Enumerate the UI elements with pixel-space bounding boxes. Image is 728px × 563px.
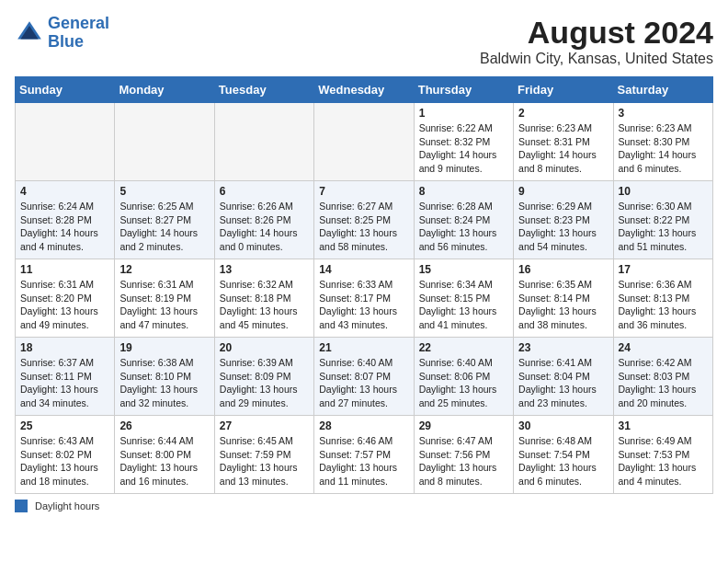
calendar-day-header: Friday <box>514 77 613 103</box>
calendar-cell <box>314 103 414 181</box>
day-info: Sunrise: 6:41 AM Sunset: 8:04 PM Dayligh… <box>518 356 608 410</box>
calendar-week-row: 1Sunrise: 6:22 AM Sunset: 8:32 PM Daylig… <box>16 103 713 181</box>
calendar-cell: 28Sunrise: 6:46 AM Sunset: 7:57 PM Dayli… <box>314 416 414 494</box>
day-info: Sunrise: 6:37 AM Sunset: 8:11 PM Dayligh… <box>20 356 109 410</box>
calendar-cell: 14Sunrise: 6:33 AM Sunset: 8:17 PM Dayli… <box>314 259 414 338</box>
day-info: Sunrise: 6:23 AM Sunset: 8:30 PM Dayligh… <box>619 121 708 176</box>
calendar-cell: 26Sunrise: 6:44 AM Sunset: 8:00 PM Dayli… <box>115 416 214 494</box>
day-info: Sunrise: 6:48 AM Sunset: 7:54 PM Dayligh… <box>518 434 608 488</box>
footer-legend: Daylight hours <box>15 500 713 512</box>
calendar-cell: 20Sunrise: 6:39 AM Sunset: 8:09 PM Dayli… <box>214 338 313 416</box>
day-number: 17 <box>619 263 708 276</box>
day-info: Sunrise: 6:30 AM Sunset: 8:22 PM Dayligh… <box>619 200 708 254</box>
calendar-cell: 30Sunrise: 6:48 AM Sunset: 7:54 PM Dayli… <box>514 416 613 494</box>
calendar-cell: 23Sunrise: 6:41 AM Sunset: 8:04 PM Dayli… <box>514 338 613 416</box>
calendar-cell: 17Sunrise: 6:36 AM Sunset: 8:13 PM Dayli… <box>613 259 712 338</box>
day-number: 7 <box>319 185 408 198</box>
day-info: Sunrise: 6:38 AM Sunset: 8:10 PM Dayligh… <box>119 356 209 410</box>
day-number: 31 <box>619 419 708 432</box>
day-number: 27 <box>220 419 309 432</box>
calendar-cell: 25Sunrise: 6:43 AM Sunset: 8:02 PM Dayli… <box>16 416 115 494</box>
day-info: Sunrise: 6:29 AM Sunset: 8:23 PM Dayligh… <box>518 200 608 254</box>
calendar-cell: 19Sunrise: 6:38 AM Sunset: 8:10 PM Dayli… <box>115 338 214 416</box>
calendar-cell: 13Sunrise: 6:32 AM Sunset: 8:18 PM Dayli… <box>214 259 313 338</box>
calendar-day-header: Thursday <box>414 77 513 103</box>
day-number: 1 <box>419 107 508 120</box>
title-area: August 2024 Baldwin City, Kansas, United… <box>480 15 713 67</box>
subtitle: Baldwin City, Kansas, United States <box>480 51 713 67</box>
calendar-cell: 29Sunrise: 6:47 AM Sunset: 7:56 PM Dayli… <box>414 416 513 494</box>
day-info: Sunrise: 6:24 AM Sunset: 8:28 PM Dayligh… <box>20 200 109 254</box>
day-number: 14 <box>319 263 408 276</box>
day-info: Sunrise: 6:34 AM Sunset: 8:15 PM Dayligh… <box>419 278 508 332</box>
calendar-cell: 3Sunrise: 6:23 AM Sunset: 8:30 PM Daylig… <box>613 103 712 181</box>
legend-color-box <box>15 500 28 512</box>
calendar-header-row: SundayMondayTuesdayWednesdayThursdayFrid… <box>16 77 713 103</box>
day-number: 22 <box>419 341 508 354</box>
calendar-cell <box>16 103 115 181</box>
calendar-week-row: 18Sunrise: 6:37 AM Sunset: 8:11 PM Dayli… <box>16 338 713 416</box>
day-number: 19 <box>119 341 209 354</box>
calendar-day-header: Wednesday <box>314 77 414 103</box>
day-number: 29 <box>419 419 508 432</box>
day-info: Sunrise: 6:25 AM Sunset: 8:27 PM Dayligh… <box>119 200 209 254</box>
calendar-table: SundayMondayTuesdayWednesdayThursdayFrid… <box>15 76 713 494</box>
logo-name: GeneralBlue <box>48 15 109 52</box>
day-number: 9 <box>518 185 608 198</box>
day-number: 10 <box>619 185 708 198</box>
calendar-cell: 1Sunrise: 6:22 AM Sunset: 8:32 PM Daylig… <box>414 103 513 181</box>
day-info: Sunrise: 6:44 AM Sunset: 8:00 PM Dayligh… <box>119 434 209 488</box>
day-number: 23 <box>518 341 608 354</box>
day-number: 16 <box>518 263 608 276</box>
day-info: Sunrise: 6:22 AM Sunset: 8:32 PM Dayligh… <box>419 121 508 176</box>
calendar-cell: 22Sunrise: 6:40 AM Sunset: 8:06 PM Dayli… <box>414 338 513 416</box>
day-number: 25 <box>20 419 109 432</box>
logo-icon <box>15 18 44 48</box>
logo: GeneralBlue <box>15 15 109 52</box>
calendar-cell: 10Sunrise: 6:30 AM Sunset: 8:22 PM Dayli… <box>613 181 712 259</box>
calendar-cell: 4Sunrise: 6:24 AM Sunset: 8:28 PM Daylig… <box>16 181 115 259</box>
calendar-cell: 5Sunrise: 6:25 AM Sunset: 8:27 PM Daylig… <box>115 181 214 259</box>
calendar-cell: 11Sunrise: 6:31 AM Sunset: 8:20 PM Dayli… <box>16 259 115 338</box>
day-number: 26 <box>119 419 209 432</box>
calendar-cell: 31Sunrise: 6:49 AM Sunset: 7:53 PM Dayli… <box>613 416 712 494</box>
day-info: Sunrise: 6:26 AM Sunset: 8:26 PM Dayligh… <box>220 200 309 254</box>
day-number: 24 <box>619 341 708 354</box>
calendar-cell: 9Sunrise: 6:29 AM Sunset: 8:23 PM Daylig… <box>514 181 613 259</box>
day-info: Sunrise: 6:31 AM Sunset: 8:19 PM Dayligh… <box>119 278 209 332</box>
day-info: Sunrise: 6:31 AM Sunset: 8:20 PM Dayligh… <box>20 278 109 332</box>
day-info: Sunrise: 6:39 AM Sunset: 8:09 PM Dayligh… <box>220 356 309 410</box>
day-info: Sunrise: 6:35 AM Sunset: 8:14 PM Dayligh… <box>518 278 608 332</box>
calendar-week-row: 11Sunrise: 6:31 AM Sunset: 8:20 PM Dayli… <box>16 259 713 338</box>
calendar-cell: 15Sunrise: 6:34 AM Sunset: 8:15 PM Dayli… <box>414 259 513 338</box>
calendar-cell: 2Sunrise: 6:23 AM Sunset: 8:31 PM Daylig… <box>514 103 613 181</box>
day-info: Sunrise: 6:36 AM Sunset: 8:13 PM Dayligh… <box>619 278 708 332</box>
calendar-cell <box>214 103 313 181</box>
day-number: 20 <box>220 341 309 354</box>
day-info: Sunrise: 6:28 AM Sunset: 8:24 PM Dayligh… <box>419 200 508 254</box>
day-number: 30 <box>518 419 608 432</box>
day-info: Sunrise: 6:49 AM Sunset: 7:53 PM Dayligh… <box>619 434 708 488</box>
calendar-cell: 18Sunrise: 6:37 AM Sunset: 8:11 PM Dayli… <box>16 338 115 416</box>
calendar-cell: 27Sunrise: 6:45 AM Sunset: 7:59 PM Dayli… <box>214 416 313 494</box>
day-number: 21 <box>319 341 408 354</box>
calendar-cell: 16Sunrise: 6:35 AM Sunset: 8:14 PM Dayli… <box>514 259 613 338</box>
day-number: 12 <box>119 263 209 276</box>
day-info: Sunrise: 6:47 AM Sunset: 7:56 PM Dayligh… <box>419 434 508 488</box>
day-info: Sunrise: 6:43 AM Sunset: 8:02 PM Dayligh… <box>20 434 109 488</box>
day-info: Sunrise: 6:27 AM Sunset: 8:25 PM Dayligh… <box>319 200 408 254</box>
legend-label: Daylight hours <box>35 500 99 511</box>
day-number: 2 <box>518 107 608 120</box>
day-info: Sunrise: 6:33 AM Sunset: 8:17 PM Dayligh… <box>319 278 408 332</box>
calendar-cell: 6Sunrise: 6:26 AM Sunset: 8:26 PM Daylig… <box>214 181 313 259</box>
calendar-week-row: 25Sunrise: 6:43 AM Sunset: 8:02 PM Dayli… <box>16 416 713 494</box>
calendar-day-header: Sunday <box>16 77 115 103</box>
calendar-cell: 7Sunrise: 6:27 AM Sunset: 8:25 PM Daylig… <box>314 181 414 259</box>
calendar-cell: 24Sunrise: 6:42 AM Sunset: 8:03 PM Dayli… <box>613 338 712 416</box>
calendar-cell: 8Sunrise: 6:28 AM Sunset: 8:24 PM Daylig… <box>414 181 513 259</box>
calendar-week-row: 4Sunrise: 6:24 AM Sunset: 8:28 PM Daylig… <box>16 181 713 259</box>
day-number: 28 <box>319 419 408 432</box>
day-number: 18 <box>20 341 109 354</box>
day-number: 11 <box>20 263 109 276</box>
day-info: Sunrise: 6:45 AM Sunset: 7:59 PM Dayligh… <box>220 434 309 488</box>
